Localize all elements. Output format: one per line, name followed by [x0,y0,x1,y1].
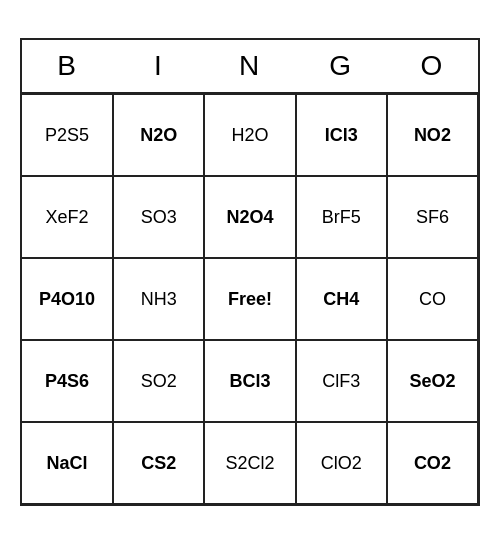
bingo-cell: P4S6 [22,340,113,422]
header-cell: G [296,40,387,92]
bingo-cell: CH4 [296,258,387,340]
bingo-cell: NaCl [22,422,113,504]
header-cell: O [387,40,478,92]
bingo-cell: NO2 [387,94,478,176]
bingo-cell: BCl3 [204,340,295,422]
bingo-cell: CO2 [387,422,478,504]
bingo-grid: P2S5N2OH2OICl3NO2XeF2SO3N2O4BrF5SF6P4O10… [22,94,478,504]
bingo-cell: ClO2 [296,422,387,504]
bingo-cell: SO2 [113,340,204,422]
bingo-cell: P4O10 [22,258,113,340]
bingo-cell: NH3 [113,258,204,340]
bingo-cell: ICl3 [296,94,387,176]
bingo-cell: H2O [204,94,295,176]
bingo-cell: P2S5 [22,94,113,176]
bingo-cell: BrF5 [296,176,387,258]
bingo-cell: Free! [204,258,295,340]
bingo-header: BINGO [22,40,478,94]
bingo-cell: S2Cl2 [204,422,295,504]
bingo-cell: SF6 [387,176,478,258]
bingo-cell: CS2 [113,422,204,504]
bingo-card: BINGO P2S5N2OH2OICl3NO2XeF2SO3N2O4BrF5SF… [20,38,480,506]
header-cell: N [204,40,295,92]
bingo-cell: SeO2 [387,340,478,422]
bingo-cell: CO [387,258,478,340]
bingo-cell: SO3 [113,176,204,258]
bingo-cell: XeF2 [22,176,113,258]
header-cell: I [113,40,204,92]
bingo-cell: N2O4 [204,176,295,258]
bingo-cell: ClF3 [296,340,387,422]
bingo-cell: N2O [113,94,204,176]
header-cell: B [22,40,113,92]
